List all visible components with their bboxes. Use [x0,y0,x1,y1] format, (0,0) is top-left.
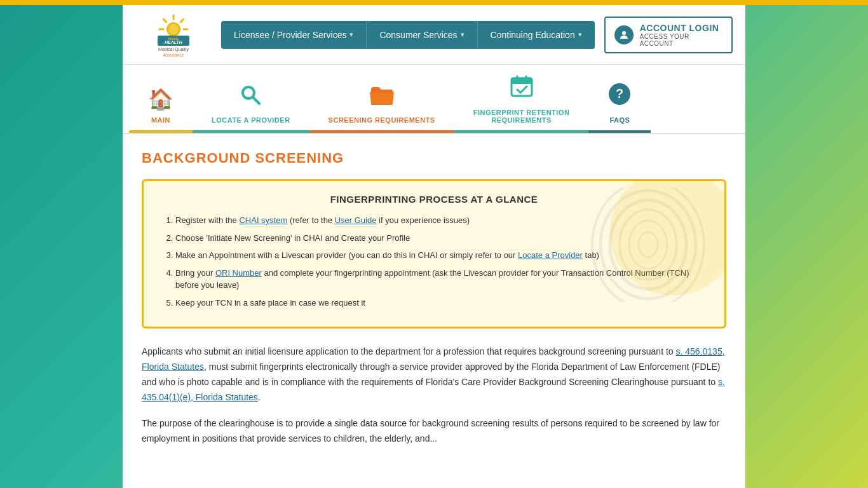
account-sub-label: ACCESS YOUR ACCOUNT [640,33,722,47]
chai-system-link[interactable]: CHAI system [239,215,287,225]
fingerprint-step-2: Choose 'Initiate New Screening' in CHAI … [175,232,705,245]
nav-tab-main[interactable]: 🏠 MAIN [129,78,193,133]
chevron-down-icon: ▾ [461,30,465,39]
main-content: BACKGROUND SCREENING FINGERPRINTING PROC… [123,134,745,474]
question-icon: ? [607,82,632,111]
svg-line-1 [180,19,183,22]
fingerprint-step-1: Register with the CHAI system (refer to … [175,214,705,227]
account-login-label: ACCOUNT LOGIN [640,23,722,33]
svg-line-15 [253,97,259,104]
nav-tab-main-label: MAIN [151,116,170,124]
nav-tab-locate-label: LOCATE A PROVIDER [212,116,290,124]
nav-tab-screening[interactable]: SCREENING REQUIREMENTS [309,76,454,133]
top-bar [0,0,868,5]
fingerprint-steps-list: Register with the CHAI system (refer to … [163,214,705,309]
chevron-down-icon: ▾ [578,30,582,39]
calendar-check-icon [510,74,534,104]
nav-consumer[interactable]: Consumer Services ▾ [367,21,477,49]
fingerprint-step-5: Keep your TCN in a safe place in case we… [175,297,705,309]
nav-tab-faqs[interactable]: ? FAQS [588,72,651,133]
logo-area: Florida HEALTH Medical Quality Assurance [135,11,212,58]
svg-rect-17 [512,78,532,84]
fingerprint-process-box: FINGERPRINTING PROCESS AT A GLANCE Regis… [142,179,726,329]
nav-tab-fingerprint-label: FINGERPRINT RETENTIONREQUIREMENTS [473,109,570,124]
svg-point-13 [622,31,626,35]
logo-medical-quality: Medical Quality [158,46,189,52]
statute-435-link[interactable]: s. 435.04(1)(e), Florida Statutes [142,377,725,402]
home-icon: 🏠 [148,87,173,111]
nav-licensee[interactable]: Licensee / Provider Services ▾ [221,21,367,49]
icon-navigation: 🏠 MAIN LOCATE A PROVIDER [123,65,745,134]
fingerprint-step-3: Make an Appointment with a Livescan prov… [175,249,705,262]
logo-assurance: Assurance [158,52,189,58]
chevron-down-icon: ▾ [349,30,353,39]
account-icon [614,25,634,44]
paragraph-2: The purpose of the clearinghouse is to p… [142,416,726,447]
nav-continuing[interactable]: Continuing Education ▾ [478,21,595,49]
fingerprint-box-title: FINGERPRINTING PROCESS AT A GLANCE [163,194,705,205]
fingerprint-step-4: Bring your ORI Number and complete your … [175,267,705,292]
nav-tab-locate[interactable]: LOCATE A PROVIDER [193,74,309,133]
nav-tab-screening-label: SCREENING REQUIREMENTS [329,116,435,124]
nav-tab-fingerprint[interactable]: FINGERPRINT RETENTIONREQUIREMENTS [454,65,589,133]
svg-point-9 [168,24,179,34]
header: Florida HEALTH Medical Quality Assurance… [123,5,745,65]
user-guide-link[interactable]: User Guide [335,215,377,225]
folder-icon [370,86,394,111]
search-icon [240,84,262,111]
main-nav: Licensee / Provider Services ▾ Consumer … [221,21,595,49]
florida-health-logo-icon: Florida HEALTH [154,11,193,46]
statute-456-link[interactable]: s. 456.0135, Florida Statutes [142,346,725,372]
locate-provider-link[interactable]: Locate a Provider [518,250,583,260]
nav-tab-faqs-label: FAQS [609,116,630,124]
ori-number-link[interactable]: ORI Number [215,268,262,278]
section-title: BACKGROUND SCREENING [142,150,726,166]
paragraph-1: Applicants who submit an initial licensu… [142,344,726,405]
svg-text:HEALTH: HEALTH [165,40,183,44]
svg-line-7 [163,19,166,22]
svg-text:?: ? [616,86,623,100]
account-login-button[interactable]: ACCOUNT LOGIN ACCESS YOUR ACCOUNT [604,17,733,53]
